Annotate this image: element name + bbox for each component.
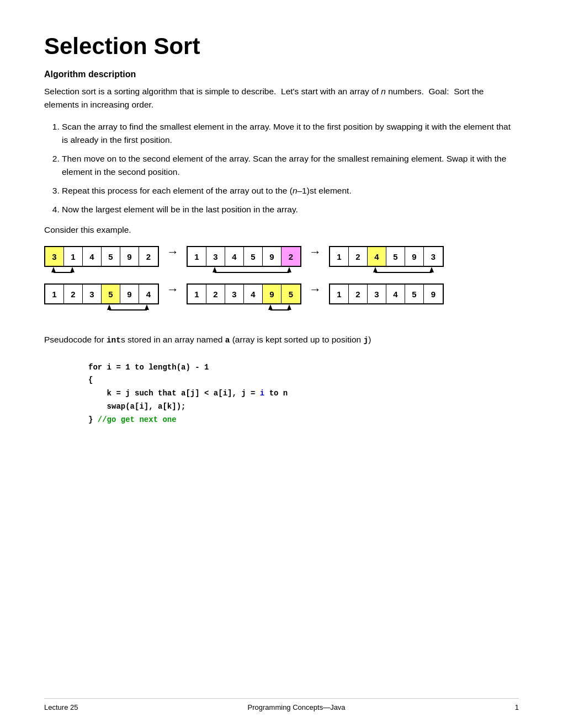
cell: 3: [206, 247, 225, 266]
inline-code-j: j: [363, 336, 368, 345]
section-heading: Algorithm description: [44, 69, 519, 79]
cell: 2: [206, 285, 225, 303]
cell: 1: [188, 247, 206, 266]
cell: 1: [188, 285, 206, 303]
array-diagrams: 3 1 4 5 9 2 →: [44, 246, 519, 317]
cell: 9: [120, 285, 139, 303]
cell: 4: [139, 285, 158, 303]
arrow-svg-5: [187, 304, 299, 317]
cell: 1: [64, 247, 83, 266]
cell: 3: [368, 285, 386, 303]
cell: 2: [349, 247, 368, 266]
footer-right: 1: [515, 703, 519, 711]
cell: 4: [244, 285, 263, 303]
svg-marker-7: [429, 267, 434, 272]
cell: 2: [64, 285, 83, 303]
svg-marker-3: [213, 267, 217, 272]
consider-text: Consider this example.: [44, 225, 519, 235]
cell: 4: [368, 247, 386, 266]
array-1: 3 1 4 5 9 2: [44, 246, 159, 267]
cell: 9: [405, 247, 424, 266]
right-arrow-1: →: [167, 246, 179, 258]
cell: 3: [83, 285, 102, 303]
step-4: Now the largest element will be in the l…: [62, 203, 519, 216]
right-arrow-2: →: [309, 246, 321, 258]
cell: 1: [330, 247, 349, 266]
cell: 5: [405, 285, 424, 303]
array-6: 1 2 3 4 5 9: [329, 283, 444, 304]
cell: 5: [244, 247, 263, 266]
cell: 3: [424, 247, 443, 266]
right-arrow-3: →: [167, 283, 179, 296]
svg-marker-10: [145, 304, 149, 310]
footer-center: Programming Concepts—Java: [248, 703, 346, 711]
cell: 4: [225, 247, 244, 266]
svg-marker-13: [287, 304, 291, 310]
step-1: Scan the array to find the smallest elem…: [62, 120, 519, 147]
step-2: Then move on to the second element of th…: [62, 152, 519, 179]
cell: 5: [386, 247, 405, 266]
footer: Lecture 25 Programming Concepts—Java 1: [44, 698, 519, 711]
svg-marker-12: [268, 304, 273, 310]
inline-code-a: a: [225, 336, 230, 345]
footer-left: Lecture 25: [44, 703, 78, 711]
svg-marker-6: [373, 267, 378, 272]
page-title: Selection Sort: [44, 33, 519, 60]
cell: 9: [424, 285, 443, 303]
svg-marker-1: [70, 267, 75, 272]
cell: 2: [139, 247, 158, 266]
arrow-svg-3: [329, 267, 442, 279]
cell: 3: [225, 285, 244, 303]
code-line-2: {: [88, 374, 519, 387]
step-3: Repeat this process for each element of …: [62, 184, 519, 197]
arrow-svg-2: [187, 267, 299, 279]
cell: 1: [45, 285, 64, 303]
arrow-svg-1: [44, 267, 157, 279]
cell: 9: [120, 247, 139, 266]
inline-code-int: int: [107, 336, 121, 345]
svg-marker-4: [287, 267, 291, 272]
cell: 4: [83, 247, 102, 266]
svg-marker-9: [107, 304, 111, 310]
cell: 5: [282, 285, 300, 303]
right-arrow-4: →: [309, 283, 321, 296]
cell: 3: [45, 247, 64, 266]
arrow-svg-4: [44, 304, 157, 317]
array-4: 1 2 3 5 9 4: [44, 283, 159, 304]
cell: 9: [263, 285, 282, 303]
cell: 2: [349, 285, 368, 303]
code-line-1: for i = 1 to length(a) - 1: [88, 361, 519, 374]
cell: 5: [102, 247, 120, 266]
code-line-3: k = j such that a[j] < a[i], j = i to n: [88, 387, 519, 400]
code-line-4: swap(a[i], a[k]);: [88, 400, 519, 414]
intro-paragraph: Selection sort is a sorting algorithm th…: [44, 85, 519, 111]
steps-list: Scan the array to find the smallest elem…: [62, 120, 519, 216]
cell: 9: [263, 247, 282, 266]
cell: 2: [282, 247, 300, 266]
cell: 4: [386, 285, 405, 303]
array-5: 1 2 3 4 9 5: [187, 283, 301, 304]
array-3: 1 2 4 5 9 3: [329, 246, 444, 267]
code-block: for i = 1 to length(a) - 1 { k = j such …: [44, 356, 519, 432]
code-line-5: } //go get next one: [88, 414, 519, 427]
svg-marker-0: [51, 267, 56, 272]
cell: 1: [330, 285, 349, 303]
cell: 5: [102, 285, 120, 303]
pseudo-intro-text: Pseudocode for ints stored in an array n…: [44, 333, 519, 346]
array-2: 1 3 4 5 9 2: [187, 246, 301, 267]
